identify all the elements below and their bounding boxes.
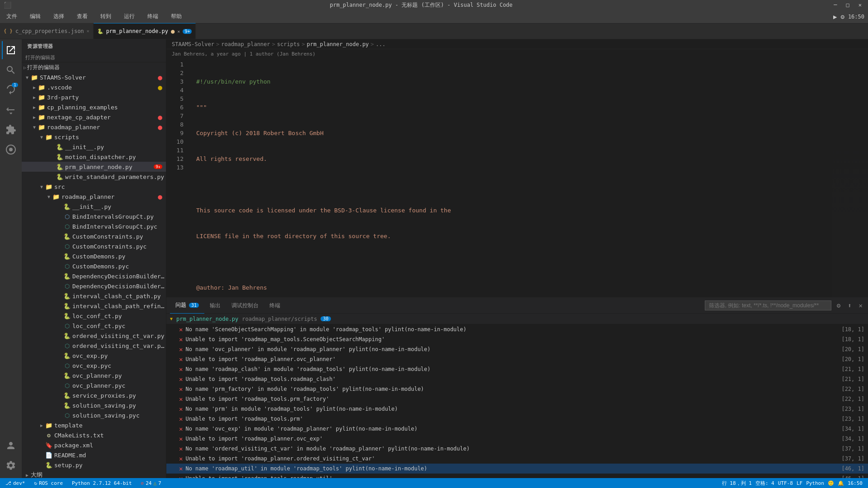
tree-item-interval-clash-refine[interactable]: 🐍 interval_clash_path_refine_ct.py xyxy=(22,301,166,311)
tree-item-ordered-visiting-pyc[interactable]: ⬡ ordered_visiting_ct_var.pyc xyxy=(22,341,166,351)
code-content[interactable]: #!/usr/bin/env python """ Copyright (c) … xyxy=(189,58,832,297)
panel-close-icon[interactable]: ✕ xyxy=(857,301,864,310)
problem-item-3[interactable]: ✕Unable to import 'roadmap_planner.ovc_p… xyxy=(166,354,868,364)
tree-item-3rdparty[interactable]: ▶ 📁 3rd-party xyxy=(22,92,166,102)
tree-item-ovc-planner[interactable]: 🐍 ovc_planner.py xyxy=(22,371,166,380)
breadcrumb-part-4[interactable]: ... xyxy=(376,41,386,47)
tree-item-package-xml[interactable]: 🔖 package.xml xyxy=(22,440,166,450)
status-encoding[interactable]: UTF-8 xyxy=(776,478,795,488)
tree-item-readme[interactable]: 📄 README.md xyxy=(22,450,166,460)
problem-item-15[interactable]: ✕Unable to import 'roadmap_tools.roadmap… xyxy=(166,474,868,478)
run-icon[interactable]: ▶ xyxy=(833,13,837,20)
problem-item-9[interactable]: ✕Unable to import 'roadmap_tools.prm'[23… xyxy=(166,414,868,424)
tree-item-solution-saving-pyc[interactable]: ⬡ solution_saving.pyc xyxy=(22,410,166,420)
menu-run[interactable]: 运行 xyxy=(121,12,137,21)
problem-item-12[interactable]: ✕No name 'ordered_visiting_ct_var' in mo… xyxy=(166,444,868,454)
code-editor[interactable]: 1 2 3 4 5 6 7 8 9 10 11 12 13 #!/usr/bin… xyxy=(166,58,868,297)
minimize-button[interactable]: ─ xyxy=(831,2,840,8)
tree-item-setup-py[interactable]: 🐍 setup.py xyxy=(22,460,166,470)
problem-item-1[interactable]: ✕Unable to import 'roadmap_map_tools.Sce… xyxy=(166,334,868,344)
open-editors-label[interactable]: 打开的编辑器 xyxy=(27,64,60,71)
panel-expand-icon[interactable]: ⬆ xyxy=(846,301,853,310)
tree-item-custom-demons[interactable]: 🐍 CustomDemons.py xyxy=(22,251,166,261)
tree-item-service-proxies[interactable]: 🐍 service_proxies.py xyxy=(22,390,166,400)
activity-explorer[interactable] xyxy=(2,41,20,59)
problem-item-5[interactable]: ✕Unable to import 'roadmap_tools.roadmap… xyxy=(166,374,868,384)
problem-item-13[interactable]: ✕Unable to import 'roadmap_planner.order… xyxy=(166,454,868,464)
problem-item-8[interactable]: ✕No name 'prm' in module 'roadmap_tools'… xyxy=(166,404,868,414)
tree-item-dep-decision[interactable]: 🐍 DependencyDecisionBuilder.py xyxy=(22,271,166,281)
tab-c-cpp[interactable]: { } c_cpp_properties.json ✕ xyxy=(0,23,94,39)
tree-item-staams[interactable]: ▼ 📁 STAAMS-Solver ● xyxy=(22,72,166,82)
tree-item-write-params[interactable]: 🐍 write_standard_parameters.py xyxy=(22,172,166,182)
tree-item-bind-intervals-pyc[interactable]: ⬡ BindIntervalsGroupCt.pyc xyxy=(22,221,166,231)
sidebar-header-explorer[interactable]: 资源管理器 xyxy=(22,39,166,53)
breadcrumb-part-2[interactable]: scripts xyxy=(277,41,300,47)
tree-item-cmake[interactable]: ⚙ CMakeLists.txt xyxy=(22,430,166,440)
tree-item-ovc-exp-pyc[interactable]: ⬡ ovc_exp.pyc xyxy=(22,361,166,371)
status-errors[interactable]: ⊘ 24 △ 7 xyxy=(139,478,163,488)
tree-item-roadmap[interactable]: ▼ 📁 roadmap_planner ● xyxy=(22,122,166,132)
panel-subheader-file[interactable]: prm_planner_node.py xyxy=(176,316,238,322)
status-sync[interactable]: ↻ ROS core xyxy=(33,478,65,488)
panel-tab-terminal[interactable]: 终端 xyxy=(264,298,286,314)
status-python[interactable]: Python 2.7.12 64-bit xyxy=(70,478,133,488)
tree-item-loc-conf[interactable]: 🐍 loc_conf_ct.py xyxy=(22,311,166,321)
tree-item-src[interactable]: ▼ 📁 src xyxy=(22,182,166,192)
panel-settings-icon[interactable]: ⚙ xyxy=(835,301,842,310)
problem-item-2[interactable]: ✕No name 'ovc_planner' in module 'roadma… xyxy=(166,344,868,354)
tree-item-interval-clash[interactable]: 🐍 interval_clash_ct_path.py xyxy=(22,291,166,301)
tab-close-c-cpp[interactable]: ✕ xyxy=(87,28,90,33)
problem-item-11[interactable]: ✕Unable to import 'roadmap_planner.ovc_e… xyxy=(166,434,868,444)
activity-debug[interactable] xyxy=(2,101,20,119)
problem-item-0[interactable]: ✕No name 'SceneObjectSearchMapping' in m… xyxy=(166,324,868,334)
menu-select[interactable]: 选择 xyxy=(51,12,67,21)
tree-item-custom-demons-pyc[interactable]: ⬡ CustomDemons.pyc xyxy=(22,261,166,271)
tree-item-custom-constraints-pyc[interactable]: ⬡ CustomConstraints.pyc xyxy=(22,241,166,251)
tree-item-ordered-visiting[interactable]: 🐍 ordered_visiting_ct_var.py xyxy=(22,331,166,341)
tree-item-dep-decision-pyc[interactable]: ⬡ DependencyDecisionBuilder.pyc xyxy=(22,281,166,291)
tree-item-vscode[interactable]: ▶ 📁 .vscode ● xyxy=(22,82,166,92)
problem-item-4[interactable]: ✕No name 'roadmap_clash' in module 'road… xyxy=(166,364,868,374)
activity-extensions[interactable] xyxy=(2,121,20,139)
activity-search[interactable] xyxy=(2,61,20,79)
tree-item-prm-planner[interactable]: 🐍 prm_planner_node.py 9+ xyxy=(22,162,166,172)
tree-item-outline[interactable]: ▶ 大纲 xyxy=(22,470,166,478)
tree-item-motion-dispatcher[interactable]: 🐍 motion_dispatcher.py xyxy=(22,152,166,162)
status-feedback[interactable]: 🙂 xyxy=(826,478,836,488)
status-bell[interactable]: 🔔 xyxy=(836,478,846,488)
problem-item-6[interactable]: ✕No name 'prm_factory' in module 'roadma… xyxy=(166,384,868,394)
menu-terminal[interactable]: 终端 xyxy=(145,12,161,21)
menu-help[interactable]: 帮助 xyxy=(168,12,184,21)
tree-item-loc-conf-pyc[interactable]: ⬡ loc_conf_ct.pyc xyxy=(22,321,166,331)
tree-item-init-rp[interactable]: 🐍 __init__.py xyxy=(22,202,166,211)
status-branch[interactable]: ⎇ dev* xyxy=(4,478,27,488)
breadcrumb-part-0[interactable]: STAAMS-Solver xyxy=(172,41,214,47)
tab-close-prm-planner[interactable]: ✕ xyxy=(177,29,180,34)
tree-item-init-scripts[interactable]: 🐍 __init__.py xyxy=(22,142,166,152)
status-spaces[interactable]: 空格: 4 xyxy=(754,478,776,488)
close-button[interactable]: ✕ xyxy=(856,2,864,8)
panel-filter-input[interactable] xyxy=(705,300,831,310)
problem-item-10[interactable]: ✕No name 'ovc_exp' in module 'roadmap_pl… xyxy=(166,424,868,434)
problem-item-14[interactable]: ✕No name 'roadmap_util' in module 'roadm… xyxy=(166,464,868,474)
panel-tab-output[interactable]: 输出 xyxy=(204,298,226,314)
tree-item-roadmap-src[interactable]: ▼ 📁 roadmap_planner ● xyxy=(22,192,166,202)
tree-item-scripts[interactable]: ▼ 📁 scripts xyxy=(22,132,166,142)
maximize-button[interactable]: □ xyxy=(844,2,852,8)
menu-edit[interactable]: 编辑 xyxy=(27,12,43,21)
status-eol[interactable]: LF xyxy=(795,478,804,488)
activity-settings[interactable] xyxy=(2,456,20,474)
status-language[interactable]: Python xyxy=(804,478,826,488)
tree-item-nextage[interactable]: ▶ 📁 nextage_cp_adapter ● xyxy=(22,112,166,122)
tree-item-cp-planning[interactable]: ▶ 📁 cp_planning_examples xyxy=(22,102,166,112)
breadcrumb-part-3[interactable]: prm_planner_node.py xyxy=(307,41,369,47)
tree-item-template[interactable]: ▶ 📁 template xyxy=(22,420,166,430)
debug-icon[interactable]: ⚙ xyxy=(840,13,844,20)
tab-prm-planner[interactable]: 🐍 prm_planner_node.py ● ✕ 9+ xyxy=(94,23,196,39)
tree-item-ovc-planner-pyc[interactable]: ⬡ ovc_planner.pyc xyxy=(22,380,166,390)
panel-tab-debug[interactable]: 调试控制台 xyxy=(226,298,264,314)
menu-file[interactable]: 文件 xyxy=(4,12,20,21)
tree-item-custom-constraints[interactable]: 🐍 CustomConstraints.py xyxy=(22,231,166,241)
tree-item-bind-intervals[interactable]: ⬡ BindIntervalsGroupCt.py xyxy=(22,211,166,221)
